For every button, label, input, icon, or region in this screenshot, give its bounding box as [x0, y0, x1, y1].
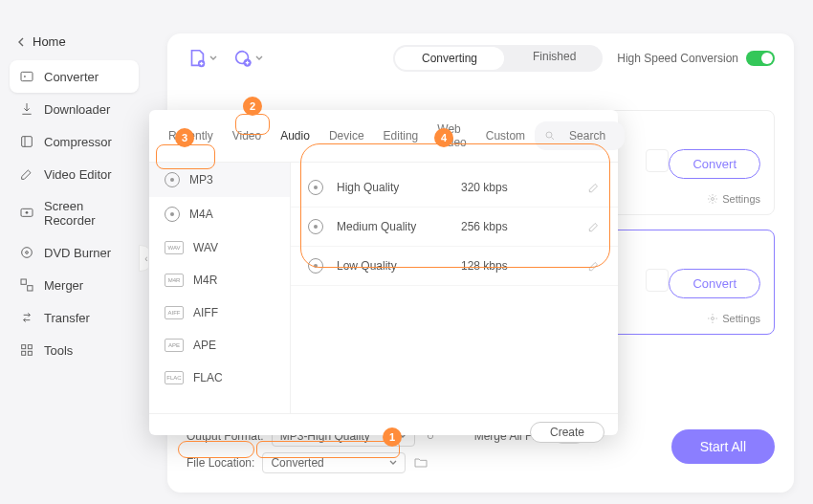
add-file-button[interactable]: [187, 48, 217, 69]
folder-icon[interactable]: [413, 455, 428, 471]
convert-button[interactable]: Convert: [669, 269, 760, 298]
step-badge-2: 2: [243, 97, 262, 116]
svg-rect-9: [28, 286, 33, 291]
popup-tab-custom[interactable]: Custom: [476, 124, 535, 147]
home-label: Home: [33, 34, 66, 49]
sidebar-item-video-editor[interactable]: Video Editor: [10, 158, 139, 190]
preset-name: Low Quality: [337, 259, 461, 273]
home-link[interactable]: Home: [0, 29, 148, 55]
dvd-icon: [19, 245, 34, 260]
svg-rect-13: [28, 351, 32, 355]
preset-low-quality[interactable]: Low Quality128 kbps: [291, 247, 618, 286]
format-label: M4A: [189, 208, 213, 221]
sidebar-item-dvd-burner[interactable]: DVD Burner: [10, 236, 139, 269]
sidebar-item-tools[interactable]: Tools: [10, 334, 139, 366]
edit-icon[interactable]: [587, 220, 601, 233]
file-location-select[interactable]: Converted: [262, 452, 406, 473]
sidebar: Home ConverterDownloaderCompressorVideo …: [0, 0, 148, 504]
sidebar-item-converter[interactable]: Converter: [10, 60, 139, 93]
downloader-icon: [19, 101, 34, 117]
preset-bitrate: 128 kbps: [461, 259, 587, 273]
disc-icon: [308, 219, 323, 234]
sidebar-item-screen-recorder[interactable]: Screen Recorder: [10, 190, 139, 236]
popup-tabs: RecentlyVideoAudioDeviceEditingWeb Video…: [149, 110, 618, 163]
preset-list: High Quality320 kbpsMedium Quality256 kb…: [291, 163, 618, 413]
popup-tab-device[interactable]: Device: [319, 124, 374, 147]
disc-icon: [165, 207, 180, 222]
search-input[interactable]: Search: [535, 121, 625, 150]
sidebar-item-label: Tools: [44, 343, 73, 358]
preset-high-quality[interactable]: High Quality320 kbps: [291, 168, 618, 208]
recorder-icon: [19, 206, 34, 221]
step-badge-3: 3: [175, 128, 194, 147]
start-all-button[interactable]: Start All: [671, 429, 775, 464]
preset-name: Medium Quality: [337, 220, 461, 233]
sidebar-item-label: DVD Burner: [44, 246, 111, 260]
settings-link[interactable]: Settings: [707, 193, 760, 205]
edit-icon[interactable]: [587, 259, 601, 273]
format-m4r[interactable]: M4RM4R: [149, 264, 290, 296]
preset-name: High Quality: [337, 181, 461, 194]
preset-bitrate: 256 kbps: [461, 220, 587, 233]
tab-converting[interactable]: Converting: [395, 47, 504, 70]
svg-point-5: [26, 211, 29, 214]
svg-rect-12: [22, 351, 26, 355]
sidebar-item-label: Converter: [44, 70, 99, 84]
svg-rect-2: [21, 72, 33, 80]
svg-point-17: [712, 198, 714, 201]
sidebar-item-compressor[interactable]: Compressor: [10, 125, 139, 158]
format-mp3[interactable]: MP3: [149, 163, 290, 197]
format-badge-icon: FLAC: [165, 371, 184, 384]
preset-icon[interactable]: [646, 149, 669, 172]
high-speed-toggle[interactable]: [746, 51, 775, 66]
topbar: Converting Finished High Speed Conversio…: [167, 33, 794, 83]
search-icon: [544, 130, 556, 142]
svg-point-20: [546, 132, 552, 138]
format-badge-icon: M4R: [165, 274, 184, 287]
step-badge-1: 1: [383, 427, 402, 447]
sidebar-item-label: Merger: [44, 278, 83, 293]
format-label: MP3: [189, 173, 213, 186]
format-badge-icon: APE: [165, 339, 184, 352]
chevron-down-icon: [209, 55, 217, 62]
edit-icon[interactable]: [587, 181, 601, 194]
format-wav[interactable]: WAVWAV: [149, 231, 290, 264]
preset-medium-quality[interactable]: Medium Quality256 kbps: [291, 208, 618, 247]
create-button[interactable]: Create: [530, 422, 604, 443]
sidebar-item-label: Video Editor: [44, 167, 112, 182]
file-location-label: File Location:: [187, 456, 254, 470]
chevron-left-icon: [17, 37, 27, 47]
format-label: M4R: [193, 274, 217, 287]
format-badge-icon: AIFF: [165, 306, 184, 319]
compressor-icon: [19, 134, 34, 149]
sidebar-item-label: Compressor: [44, 135, 112, 149]
format-m4a[interactable]: M4A: [149, 197, 290, 231]
preset-icon[interactable]: [646, 269, 669, 292]
preset-bitrate: 320 kbps: [461, 181, 587, 194]
status-segment[interactable]: Converting Finished: [393, 45, 603, 72]
popup-tab-video[interactable]: Video: [223, 124, 271, 147]
sidebar-item-label: Transfer: [44, 311, 90, 325]
add-folder-icon: [232, 48, 253, 69]
converter-icon: [19, 69, 34, 84]
gear-icon: [707, 193, 718, 205]
chevron-down-icon: [255, 55, 263, 62]
sidebar-item-merger[interactable]: Merger: [10, 269, 139, 301]
transfer-icon: [19, 310, 34, 325]
tab-finished[interactable]: Finished: [506, 45, 603, 72]
settings-link[interactable]: Settings: [707, 313, 760, 324]
format-ape[interactable]: APEAPE: [149, 329, 290, 362]
svg-rect-8: [21, 279, 26, 284]
high-speed-label: High Speed Conversion: [617, 52, 738, 65]
tools-icon: [19, 342, 34, 358]
add-folder-button[interactable]: [232, 48, 263, 69]
add-file-icon: [187, 48, 208, 69]
convert-button[interactable]: Convert: [669, 149, 760, 179]
gear-icon: [707, 313, 718, 324]
popup-tab-editing[interactable]: Editing: [374, 124, 428, 147]
format-aiff[interactable]: AIFFAIFF: [149, 296, 290, 329]
sidebar-item-transfer[interactable]: Transfer: [10, 301, 139, 334]
format-flac[interactable]: FLACFLAC: [149, 362, 290, 394]
popup-tab-audio[interactable]: Audio: [271, 124, 319, 147]
sidebar-item-downloader[interactable]: Downloader: [10, 93, 139, 125]
